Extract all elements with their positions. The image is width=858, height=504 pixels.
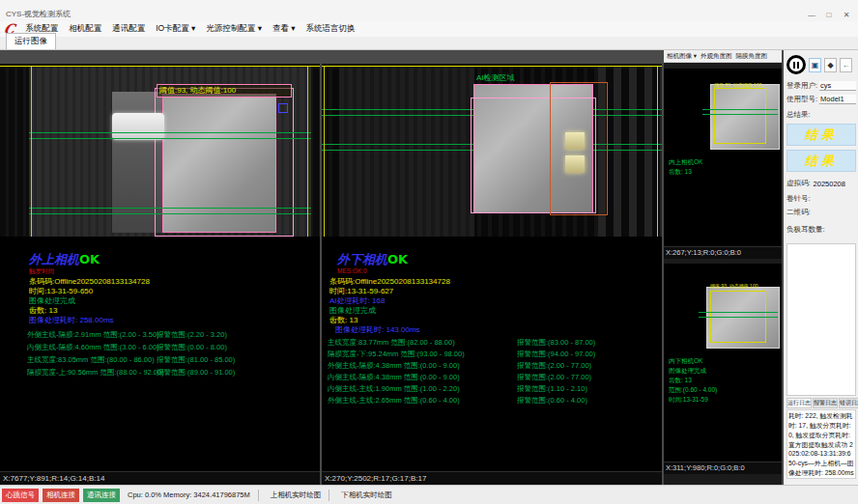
measurement-row: 主线宽度:83.77mm 范围:(82.00 - 88.00) 报警范围:(83…: [328, 338, 595, 348]
threshold-label: 阈值:93, 动态阈值:100: [714, 82, 761, 88]
upper-camera-draw-toggle[interactable]: 上相机实时绘图: [271, 490, 322, 500]
preview-result-line: 内上相机OK: [669, 157, 702, 166]
logout-button[interactable]: ←: [840, 58, 852, 72]
roi-marker: [278, 103, 288, 113]
tool-button[interactable]: ◆: [824, 58, 837, 72]
camera-result-title: 外下相机OK: [337, 251, 408, 268]
preview-result-line: 时间:13-31-59: [669, 395, 708, 404]
threshold-label: 阈值:93, 动态阈值:100: [710, 283, 758, 289]
qr-code-label: 二维码:: [786, 208, 811, 217]
green-baseline: [702, 114, 778, 115]
alarm-range-text: 报警范围:(2.00 - 77.00): [517, 361, 591, 371]
negative-tab-count-field: 负极耳数量:: [786, 225, 856, 235]
measurement-text: 内侧主线-主线:1.90mm 范围:(1.00 - 2.20): [328, 384, 517, 394]
cursor-position-readout: X:7677;Y:891;R:14;G:14;B:14: [0, 471, 320, 485]
menu-item-comm-config[interactable]: 通讯配置: [112, 23, 145, 35]
preview-result-line: 图像处理完成: [669, 366, 706, 375]
run-log-text[interactable]: 耗时: 222, 触发检测耗时: 17, 触发分页耗时: 0, 触发提取分页耗时…: [786, 409, 856, 479]
log-tab-alarm[interactable]: 报警日志: [813, 398, 838, 408]
camera-image-outer-upper[interactable]: 阈值:93, 动态阈值:100: [0, 67, 320, 237]
preview-tab-camera-image[interactable]: 相机图像 ▾: [667, 52, 697, 61]
log-tab-error[interactable]: 错误日志: [839, 398, 858, 408]
electrode-tab: [565, 155, 585, 173]
green-baseline: [699, 317, 778, 318]
winder-needle-label: 卷针号:: [786, 194, 811, 204]
alarm-range-text: 报警范围:(94.00 - 97.00): [517, 350, 595, 359]
login-user-field: 登录用户: cys: [786, 81, 856, 91]
preview-column: 相机图像 ▾ 外观角度图 隔膜角度图 阈值:93, 动态阈值:100 内上相机O…: [664, 50, 782, 485]
green-baseline: [29, 208, 311, 209]
model-label: 使用型号:: [786, 95, 817, 104]
monitor-icon: ▣: [812, 61, 819, 70]
cursor-position-readout: X:311;Y:980;R:0;G:0;B:0: [664, 462, 782, 474]
pause-button[interactable]: [786, 55, 806, 74]
pause-icon: [797, 62, 799, 69]
measurement-row: 主线宽度:83.05mm 范围:(80.00 - 86.00) 报警范围:(81…: [27, 355, 235, 365]
measurement-row: 外侧主线-主线:2.65mm 范围:(0.60 - 4.00) 报警范围:(0.…: [328, 396, 587, 406]
measurement-text: 外侧主线-隔膜:2.91mm 范围:(2.00 - 3.50): [27, 330, 157, 340]
statusbar-separator: [258, 490, 259, 501]
measurement-text: 隔膜宽度-下:95.24mm 范围:(93.00 - 98.00): [328, 350, 517, 359]
minimize-button[interactable]: —: [804, 8, 819, 21]
statusbar-separator: [329, 490, 329, 501]
measurement-row: 隔膜宽度-上:90.56mm 范围:(88.00 - 92.00) 报警范围:(…: [27, 368, 235, 378]
maximize-button[interactable]: □: [821, 8, 837, 21]
product-region: [162, 94, 276, 233]
machine-bed: [339, 67, 474, 237]
result-box-lower: 结果: [786, 150, 856, 172]
monitor-button[interactable]: ▣: [809, 58, 821, 72]
preview-result-line: 内下相机OK: [669, 356, 702, 365]
ok-status: OK: [79, 252, 100, 266]
camera-panel-outer-upper[interactable]: 阈值:93, 动态阈值:100 外上相机OK 触发时间 条码码:Offline2…: [0, 64, 320, 485]
menu-item-io-config[interactable]: IO卡配置 ▾: [156, 23, 195, 35]
title-bar: CYS-视觉检测系统 — □ ✕: [0, 0, 858, 22]
preview-tab-separator-angle[interactable]: 隔膜角度图: [736, 52, 768, 61]
green-baseline: [29, 213, 311, 214]
tab-run-image[interactable]: 运行图像: [6, 33, 56, 49]
winder-needle-field: 卷针号:: [786, 194, 856, 204]
preview-inner-upper-camera[interactable]: 阈值:93, 动态阈值:100 内上相机OK 齿数: 13 X:267;Y:13…: [664, 69, 782, 259]
result-box-upper: 结果: [786, 124, 856, 146]
qr-code-value: [813, 209, 856, 217]
negative-tab-count-label: 负极耳数量:: [786, 225, 825, 235]
tab-strip: 运行图像: [0, 37, 858, 50]
preview-inner-lower-camera[interactable]: 阈值:93, 动态阈值:100 内下相机OK 图像处理完成 齿数: 13 范围:…: [664, 264, 782, 474]
yellow-guide-line: [307, 67, 308, 237]
menu-item-view[interactable]: 查看 ▾: [272, 23, 296, 35]
yellow-guide-line: [324, 67, 325, 237]
preview-result-line: 范围:(0.60 - 4.00): [669, 385, 717, 394]
preview-tab-strip: 相机图像 ▾ 外观角度图 隔膜角度图: [664, 50, 782, 63]
preview-tab-appearance-angle[interactable]: 外观角度图: [701, 52, 732, 61]
measurement-row: 内侧主线-隔膜:4.38mm 范围:(0.00 - 9.00) 报警范围:(2.…: [328, 373, 591, 382]
preview-result-line: 齿数: 13: [669, 167, 692, 176]
menu-item-language[interactable]: 系统语言切换: [306, 23, 356, 35]
close-button[interactable]: ✕: [839, 8, 854, 21]
virtual-code-value: 20250208: [813, 180, 856, 188]
threshold-label: 阈值:93, 动态阈值:100: [157, 84, 292, 98]
measurement-row: 隔膜宽度-下:95.24mm 范围:(93.00 - 98.00) 报警范围:(…: [328, 350, 595, 359]
cpu-memory-readout: Cpu: 0.0% Memory: 3424.41796875M: [128, 490, 250, 499]
yellow-guide-line: [657, 67, 658, 237]
model-value[interactable]: Model1: [819, 95, 856, 104]
pause-icon: [793, 62, 795, 69]
camera-image-outer-lower[interactable]: AI检测区域: [322, 67, 662, 237]
lower-camera-draw-toggle[interactable]: 下相机实时绘图: [341, 490, 392, 500]
heartbeat-status-badge: 心跳信号: [2, 489, 39, 502]
measurement-text: 外侧主线-主线:2.65mm 范围:(0.60 - 4.00): [328, 396, 517, 406]
winder-needle-value: [813, 195, 856, 204]
trigger-info: 触发时间: [29, 267, 54, 276]
green-baseline: [702, 109, 778, 110]
virtual-code-field: 虚拟码: 20250208: [786, 179, 856, 188]
alarm-range-text: 报警范围:(83.00 - 87.00): [517, 338, 595, 348]
alarm-range-text: 报警范围:(2.00 - 77.00): [517, 373, 591, 382]
info-panel: [786, 243, 856, 396]
login-user-value[interactable]: cys: [819, 81, 856, 91]
green-baseline: [699, 312, 778, 313]
sidebar: ▣ ◆ ← 登录用户: cys 使用型号: Model1 总结果: 结果 结果 …: [784, 50, 858, 485]
menu-item-camera-config[interactable]: 相机配置: [69, 23, 101, 35]
menu-item-light-config[interactable]: 光源控制配置 ▾: [206, 23, 262, 35]
log-tab-strip: 运行日志 报警日志 错误日志: [786, 398, 856, 408]
log-tab-run[interactable]: 运行日志: [786, 398, 812, 408]
measurement-text: 主线宽度:83.05mm 范围:(80.00 - 86.00): [27, 355, 157, 365]
camera-panel-outer-lower[interactable]: AI检测区域 外下相机OK MES:OK:0 条码码:Offline202502…: [322, 64, 662, 485]
